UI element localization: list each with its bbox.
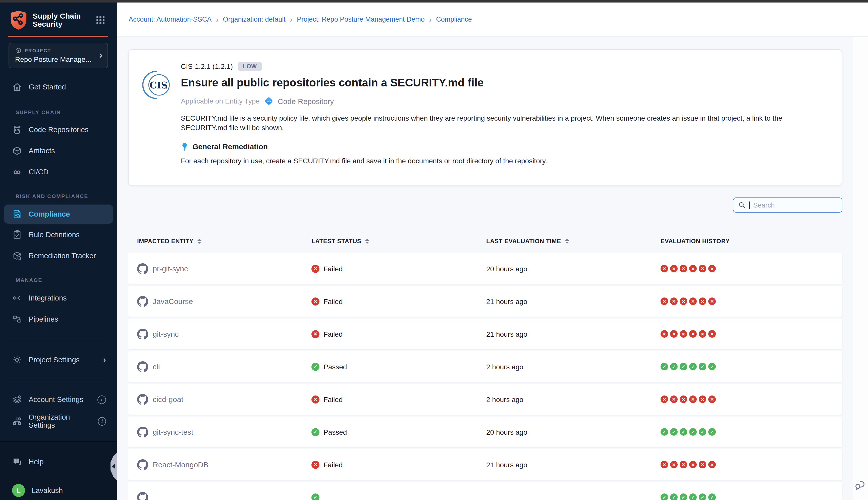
info-icon[interactable]: i — [97, 395, 106, 404]
entity-name[interactable]: git-sync — [153, 330, 178, 338]
sidebar-item-rule-definitions[interactable]: Rule Definitions — [0, 226, 117, 244]
status-fail-icon: ✕ — [311, 297, 320, 305]
table-row[interactable]: git-sync✕Failed21 hours ago✕✕✕✕✕✕ — [128, 319, 842, 349]
sort-icon[interactable] — [565, 239, 569, 244]
history-fail-icon: ✕ — [661, 461, 668, 468]
history-fail-icon: ✕ — [708, 297, 716, 305]
sidebar-item-label: Remediation Tracker — [28, 252, 96, 260]
entity-name[interactable]: JavaCourse — [153, 297, 193, 306]
sidebar-item-get-started[interactable]: Get Started — [0, 78, 117, 96]
history-fail-icon: ✕ — [689, 330, 697, 338]
remediation-title: General Remediation — [193, 142, 268, 151]
sidebar-item-label: Help — [28, 458, 44, 466]
table-header: IMPACTED ENTITY LATEST STATUS LAST EVALU… — [128, 238, 842, 245]
history-fail-icon: ✕ — [670, 330, 678, 338]
user-menu[interactable]: L Lavakush — [0, 481, 117, 500]
sidebar-nav: Get Started SUPPLY CHAIN Code Repositori… — [0, 68, 117, 500]
history-pass-icon: ✓ — [680, 428, 687, 436]
org-hierarchy-gear-icon — [12, 416, 22, 426]
status-pass-icon: ✓ — [311, 428, 320, 436]
history-pass-icon: ✓ — [680, 363, 687, 370]
history-fail-icon: ✕ — [708, 461, 716, 468]
history-pass-icon: ✓ — [670, 493, 678, 500]
entity-name[interactable]: React-MongoDB — [153, 460, 208, 469]
sidebar-item-label: Artifacts — [28, 147, 55, 155]
compliance-table-body: pr-git-sync✕Failed20 hours ago✕✕✕✕✕✕Java… — [128, 253, 842, 500]
breadcrumb-account-link[interactable]: Account: Automation-SSCA — [129, 15, 211, 23]
sidebar-item-label: Project Settings — [28, 356, 80, 364]
sidebar-item-help[interactable]: ? Help — [0, 453, 117, 471]
project-selector[interactable]: PROJECT Repo Posture Manage... › — [9, 43, 108, 68]
status-fail-icon: ✕ — [311, 264, 320, 273]
app-switcher-grid-icon[interactable] — [96, 16, 105, 24]
github-icon — [137, 296, 148, 307]
history-fail-icon: ✕ — [699, 396, 706, 403]
evaluation-history: ✕✕✕✕✕✕ — [661, 330, 842, 338]
status-label: Failed — [324, 461, 343, 469]
history-fail-icon: ✕ — [699, 461, 706, 468]
artifacts-cube-icon — [12, 146, 22, 156]
entity-type-label: Applicable on Entity Type — [181, 97, 260, 105]
history-pass-icon: ✓ — [689, 363, 697, 370]
app-window: Supply Chain Security PROJECT Repo Postu… — [0, 0, 868, 500]
github-icon — [137, 459, 148, 470]
support-chat-icon[interactable] — [854, 479, 867, 491]
table-row[interactable]: cli✓Passed2 hours ago✓✓✓✓✓✓ — [128, 351, 842, 382]
sidebar-item-project-settings[interactable]: Project Settings › — [0, 351, 117, 369]
table-row[interactable]: pr-git-sync✕Failed20 hours ago✕✕✕✕✕✕ — [128, 253, 842, 284]
history-fail-icon: ✕ — [708, 265, 716, 272]
breadcrumb-compliance-link[interactable]: Compliance — [436, 15, 472, 23]
sidebar-item-artifacts[interactable]: Artifacts — [0, 142, 117, 160]
column-header-impacted-entity[interactable]: IMPACTED ENTITY — [128, 238, 311, 245]
history-pass-icon: ✓ — [708, 493, 716, 500]
sidebar-item-remediation-tracker[interactable]: Remediation Tracker — [0, 247, 117, 265]
layers-gear-icon — [12, 395, 22, 405]
history-fail-icon: ✕ — [708, 396, 716, 403]
sidebar-item-cicd[interactable]: ∞ CI/CD — [0, 163, 117, 181]
sidebar-item-label: Integrations — [28, 294, 67, 302]
history-fail-icon: ✕ — [699, 265, 706, 272]
sidebar-item-label: Get Started — [28, 83, 66, 91]
column-header-latest-status[interactable]: LATEST STATUS — [311, 238, 486, 245]
entity-name[interactable]: pr-git-sync — [153, 264, 188, 273]
table-row[interactable]: git-sync-test✓Passed20 hours ago✓✓✓✓✓✓ — [128, 417, 842, 447]
entity-name[interactable]: git-sync-test — [153, 428, 193, 436]
rule-description: SECURITY.md file is a security policy fi… — [181, 114, 828, 133]
evaluation-time: 21 hours ago — [486, 330, 661, 338]
sidebar-divider — [8, 342, 108, 342]
sidebar-item-label: Rule Definitions — [28, 231, 80, 239]
sidebar-item-pipelines[interactable]: Pipelines — [0, 310, 117, 328]
sort-icon[interactable] — [365, 239, 369, 244]
history-pass-icon: ✓ — [670, 363, 678, 370]
sidebar-item-integrations[interactable]: Integrations — [0, 289, 117, 307]
sort-icon[interactable] — [198, 239, 202, 244]
sidebar-item-account-settings[interactable]: Account Settings i — [0, 390, 117, 409]
table-row[interactable]: React-MongoDB✕Failed21 hours ago✕✕✕✕✕✕ — [128, 449, 842, 480]
breadcrumb-organization-link[interactable]: Organization: default — [223, 15, 286, 23]
table-row[interactable]: cicd-goat✕Failed2 hours ago✕✕✕✕✕✕ — [128, 384, 842, 414]
history-pass-icon: ✓ — [699, 428, 706, 436]
entity-name[interactable]: cli — [153, 362, 160, 371]
sidebar-item-compliance[interactable]: Compliance — [4, 205, 113, 224]
github-icon — [137, 394, 148, 405]
pipelines-flow-icon — [12, 314, 22, 324]
status-label: Failed — [324, 395, 343, 403]
search-box — [733, 197, 842, 213]
sidebar-item-label: Compliance — [28, 210, 70, 218]
evaluation-time: 2 hours ago — [486, 363, 661, 371]
breadcrumb-project-link[interactable]: Project: Repo Posture Management Demo — [297, 15, 425, 23]
evaluation-history: ✕✕✕✕✕✕ — [661, 297, 842, 305]
sidebar-item-label: Organization Settings — [28, 413, 92, 429]
evaluation-time: 21 hours ago — [486, 297, 661, 305]
column-header-last-evaluation-time[interactable]: LAST EVALUATION TIME — [486, 238, 661, 245]
infinity-icon: ∞ — [12, 167, 22, 177]
search-input[interactable] — [753, 201, 837, 209]
table-row[interactable]: ✓✓✓✓✓✓✓ — [128, 482, 842, 500]
sidebar-item-organization-settings[interactable]: Organization Settings i — [0, 412, 117, 430]
entity-name[interactable]: cicd-goat — [153, 395, 183, 404]
table-row[interactable]: JavaCourse✕Failed21 hours ago✕✕✕✕✕✕ — [128, 286, 842, 317]
sidebar-item-code-repositories[interactable]: Code Repositories — [0, 121, 117, 139]
history-fail-icon: ✕ — [689, 461, 697, 468]
history-fail-icon: ✕ — [670, 265, 678, 272]
info-icon[interactable]: i — [98, 417, 106, 425]
